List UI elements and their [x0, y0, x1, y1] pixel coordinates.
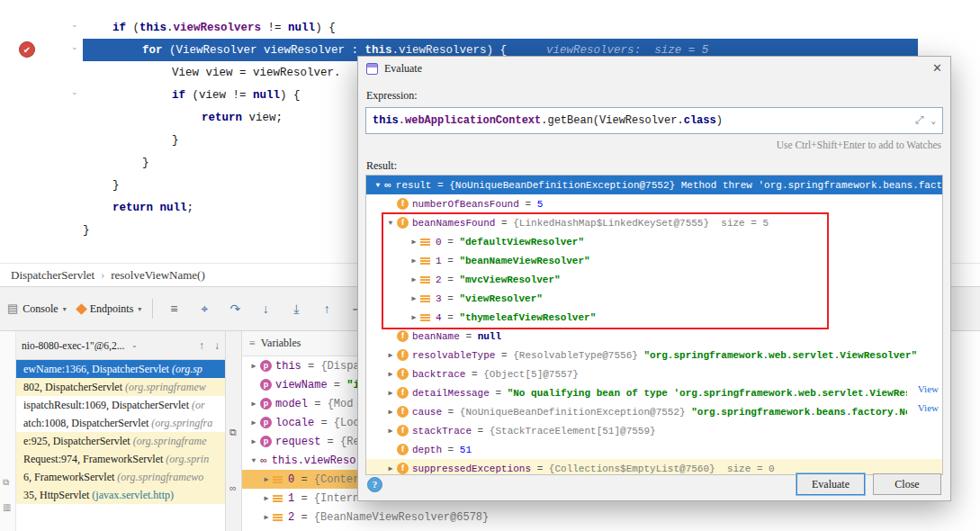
stack-frame-row[interactable]: 802, DispatcherServlet (org.springframew: [16, 378, 225, 396]
code-text: ;: [187, 202, 194, 214]
stack-frame-row[interactable]: 6, FrameworkServlet (org.springframewo: [16, 468, 225, 486]
code-line[interactable]: }: [83, 219, 90, 241]
chevron-right-icon[interactable]: ▶: [384, 408, 397, 416]
result-tree-row[interactable]: ▶ 2 = "mvcViewResolver": [366, 270, 942, 289]
chevron-right-icon[interactable]: ▶: [408, 313, 420, 321]
code-line[interactable]: return null ;: [83, 196, 193, 219]
expression-input[interactable]: this . webApplicationContext . getBean(V…: [365, 107, 943, 134]
result-tree-row[interactable]: ▶ 3 = "viewResolver": [366, 289, 942, 308]
close-button[interactable]: Close: [873, 473, 941, 495]
code-line[interactable]: if (view != null ) {: [83, 84, 301, 106]
variable-row[interactable]: ▶ 2 = {BeanNameViewResolver@6578}: [242, 508, 746, 526]
view-link[interactable]: View: [907, 402, 939, 421]
result-tree-row[interactable]: ▶ 0 = "defaultViewResolver": [366, 232, 942, 251]
breadcrumb-class[interactable]: DispatcherServlet: [11, 268, 94, 283]
chevron-right-icon[interactable]: ▶: [384, 370, 397, 378]
layout-menu-icon[interactable]: ≡: [164, 302, 184, 316]
chevron-right-icon[interactable]: ▶: [247, 400, 260, 408]
thread-selector[interactable]: nio-8080-exec-1"@6,2... ⌄: [22, 340, 140, 351]
help-icon[interactable]: ?: [367, 477, 382, 492]
chevron-down-icon: ▾: [63, 305, 67, 313]
result-tree-row[interactable]: f numberOfBeansFound = 5: [366, 194, 942, 213]
chevron-right-icon[interactable]: ▶: [408, 275, 420, 284]
variable-name: viewName: [275, 379, 328, 392]
menu-icon[interactable]: ≡: [249, 337, 256, 350]
code-line[interactable]: View view = viewResolver.: [83, 61, 341, 84]
code-line[interactable]: }: [83, 129, 179, 151]
fold-marker-icon[interactable]: ⌄: [71, 42, 80, 51]
chevron-right-icon[interactable]: ▶: [260, 475, 273, 483]
chevron-right-icon[interactable]: ▶: [260, 494, 273, 502]
chevron-right-icon[interactable]: ▶: [408, 238, 420, 246]
navigate-up-icon[interactable]: ↑: [199, 339, 204, 352]
result-tree-row[interactable]: ▶ 4 = "thymeleafViewResolver": [366, 308, 942, 327]
view-link[interactable]: View: [907, 383, 939, 402]
result-tree-row[interactable]: ▼ ∞ result = {NoUniqueBeanDefinitionExce…: [366, 176, 942, 194]
chevron-right-icon[interactable]: ▶: [247, 418, 260, 427]
close-icon[interactable]: ✕: [932, 61, 942, 76]
stack-frame-row[interactable]: 35, HttpServlet (javax.servlet.http): [16, 486, 225, 504]
frame-package: (org.springframew: [125, 381, 206, 394]
navigate-down-icon[interactable]: ↓: [214, 339, 220, 352]
chevron-down-icon[interactable]: ▼: [384, 219, 397, 227]
result-tree-row[interactable]: ▼ f beanNamesFound = {LinkedHashMap$Link…: [366, 213, 942, 232]
fold-marker-icon[interactable]: ⌄: [71, 20, 80, 29]
result-tree-row[interactable]: ▶ f detailMessage = "No qualifying bean …: [366, 383, 942, 402]
stack-frame-row[interactable]: ispatchResult:1069, DispatcherServlet (o…: [16, 396, 225, 414]
chevron-right-icon[interactable]: ▶: [384, 427, 397, 435]
stripe-panel-icon[interactable]: ▥: [3, 502, 11, 512]
show-execution-point-icon[interactable]: ⌖: [194, 302, 214, 317]
chevron-right-icon[interactable]: ▶: [260, 513, 273, 521]
result-tree-row[interactable]: ▶ f cause = {NoUniqueBeanDefinitionExcep…: [366, 402, 942, 421]
chevron-right-icon[interactable]: ▶: [247, 362, 260, 370]
chevron-right-icon[interactable]: ▶: [247, 437, 260, 446]
result-tree-row[interactable]: ▶ f backtrace = {Object[5]@7557}: [366, 364, 942, 383]
code-line[interactable]: if ( this . viewResolvers != null ) {: [83, 16, 336, 39]
result-tree-row[interactable]: ▶ f stackTrace = {StackTraceElement[51]@…: [366, 421, 942, 440]
stack-frame-row[interactable]: ewName:1366, DispatcherServlet (org.sp: [16, 360, 225, 378]
watches-icon[interactable]: ∞: [229, 482, 237, 493]
frame-package: (javax.servlet.http): [92, 489, 174, 502]
result-tree-row[interactable]: ▶ f resolvableType = {ResolvableType@755…: [366, 346, 942, 364]
history-chevron-icon[interactable]: ⌄: [931, 116, 936, 126]
step-out-icon[interactable]: ↑: [317, 302, 337, 316]
chevron-down-icon[interactable]: ▼: [247, 456, 260, 464]
stack-frame-row[interactable]: Request:974, FrameworkServlet (org.sprin: [16, 450, 225, 468]
frames-panel: nio-8080-exec-1"@6,2... ⌄ ↑ ↓ ewName:136…: [16, 331, 225, 531]
expand-editor-icon[interactable]: ⤢: [915, 114, 924, 127]
var-value: {StackTraceElement[51]@7559}: [490, 426, 656, 436]
code-line[interactable]: }: [83, 174, 120, 196]
step-over-icon[interactable]: ↷: [225, 302, 245, 316]
chevron-right-icon[interactable]: ▶: [384, 351, 397, 359]
variable-value: {Mod: [328, 398, 354, 410]
result-tree-row[interactable]: f beanName = null: [366, 327, 942, 346]
breakpoint-icon[interactable]: ✔: [19, 41, 35, 58]
code-line[interactable]: return view;: [83, 106, 283, 129]
var-value: "viewResolver": [459, 293, 542, 304]
result-tree-row[interactable]: ▶ 1 = "beanNameViewResolver": [366, 251, 942, 270]
stack-frame-row[interactable]: atch:1008, DispatcherServlet (org.spring…: [16, 414, 225, 432]
chevron-down-icon[interactable]: ▼: [372, 181, 384, 189]
stack-frame-row[interactable]: e:925, DispatcherServlet (org.springfram…: [16, 432, 225, 450]
stripe-copy-icon[interactable]: ⧉: [3, 477, 9, 488]
var-name: beanNamesFound: [412, 218, 495, 229]
code-keyword: if: [83, 89, 185, 102]
evaluate-button[interactable]: Evaluate: [796, 473, 865, 495]
equals: =: [301, 360, 321, 373]
chevron-right-icon[interactable]: ▶: [408, 256, 420, 265]
copy-icon[interactable]: ⧉: [229, 427, 237, 438]
dialog-title-bar[interactable]: Evaluate ✕: [358, 57, 950, 80]
force-step-into-icon[interactable]: ⤓: [286, 302, 306, 317]
code-keyword: return: [83, 202, 153, 214]
tab-console[interactable]: ▤ Console ▾: [7, 302, 67, 316]
tab-endpoints[interactable]: Endpoints ▾: [77, 302, 142, 316]
chevron-right-icon[interactable]: ▶: [408, 294, 420, 302]
step-into-icon[interactable]: ↓: [256, 302, 275, 316]
code-line[interactable]: }: [83, 151, 149, 174]
chevron-right-icon[interactable]: ▶: [384, 389, 397, 397]
fold-marker-icon[interactable]: ⌄: [71, 87, 80, 96]
result-tree-row[interactable]: f depth = 51: [366, 440, 942, 459]
frame-package: (org.springfra: [151, 417, 212, 430]
breadcrumb-method[interactable]: resolveViewName(): [111, 268, 205, 283]
code-text: .: [399, 114, 405, 127]
